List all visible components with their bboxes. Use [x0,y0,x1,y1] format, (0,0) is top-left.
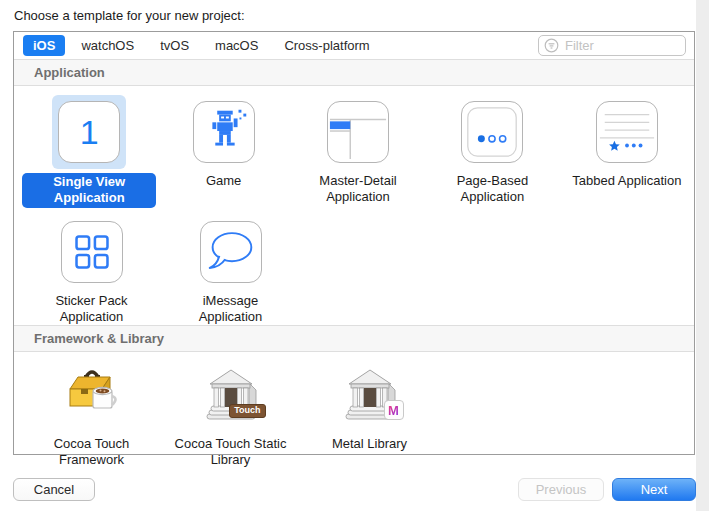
tile [187,95,261,169]
template-page-based-application[interactable]: Page-Based Application [425,95,559,208]
game-alien-icon [193,101,255,163]
metal-m-glyph: M [388,404,399,417]
tile [455,95,529,169]
master-detail-app-icon [327,101,389,163]
page-based-app-icon [461,101,523,163]
tile [321,95,395,169]
template-tabbed-application[interactable]: Tabbed Application [560,95,694,208]
template-label: Master-Detail Application [298,173,418,205]
template-label: iMessage Application [171,293,291,325]
application-row-2: Sticker Pack Application iMessage Applic… [14,208,694,325]
tile [194,215,268,289]
imessage-bubble-icon [200,221,262,283]
template-master-detail-application[interactable]: Master-Detail Application [291,95,425,208]
tile: M [333,358,407,432]
template-label: Page-Based Application [432,173,552,205]
tab-watchos[interactable]: watchOS [71,35,144,56]
tile [55,215,129,289]
template-game[interactable]: Game [156,95,290,208]
template-sticker-pack-application[interactable]: Sticker Pack Application [22,215,161,325]
template-chooser: iOS watchOS tvOS macOS Cross-platform Ap… [13,31,695,455]
filter-field[interactable] [538,35,686,56]
template-label: Sticker Pack Application [32,293,152,325]
template-metal-library[interactable]: M Metal Library [300,358,439,468]
tab-tvos[interactable]: tvOS [150,35,199,56]
template-label: Single View Application [22,173,156,208]
framework-row: Cocoa Touch Framework Touch [14,352,694,468]
dialog-title: Choose a template for your new project: [14,8,245,23]
tab-cross-platform[interactable]: Cross-platform [274,35,379,56]
template-cocoa-touch-framework[interactable]: Cocoa Touch Framework [22,358,161,468]
platform-tabbar: iOS watchOS tvOS macOS Cross-platform [14,32,694,59]
numeral-one-glyph: 1 [80,115,99,149]
sticker-pack-app-icon [61,221,123,283]
tab-macos[interactable]: macOS [205,35,268,56]
template-label: Cocoa Touch Framework [32,436,152,468]
template-single-view-application[interactable]: 1 Single View Application [22,95,156,208]
template-label: Cocoa Touch Static Library [171,436,291,468]
cancel-button[interactable]: Cancel [13,478,95,501]
previous-button[interactable]: Previous [518,478,604,501]
application-row-1: 1 Single View Application [14,86,694,208]
template-cocoa-touch-static-library[interactable]: Touch Cocoa Touch Static Library [161,358,300,468]
tile [590,95,664,169]
filter-icon [544,38,559,53]
section-header-application: Application [14,59,694,86]
tile [55,358,129,432]
tab-ios[interactable]: iOS [23,35,65,56]
metal-badge: M [384,400,404,420]
touch-badge: Touch [229,404,265,418]
filter-input[interactable] [563,37,680,54]
single-view-app-icon: 1 [58,101,120,163]
template-label: Metal Library [332,436,407,452]
section-header-framework-library: Framework & Library [14,325,694,352]
next-button[interactable]: Next [612,478,696,501]
template-label: Game [206,173,241,189]
window-edge [696,0,709,511]
tabbed-app-icon [596,101,658,163]
tile: 1 [52,95,126,169]
tile: Touch [194,358,268,432]
toolbox-cocoa-icon [60,363,124,427]
template-label: Tabbed Application [572,173,681,189]
template-imessage-application[interactable]: iMessage Application [161,215,300,325]
